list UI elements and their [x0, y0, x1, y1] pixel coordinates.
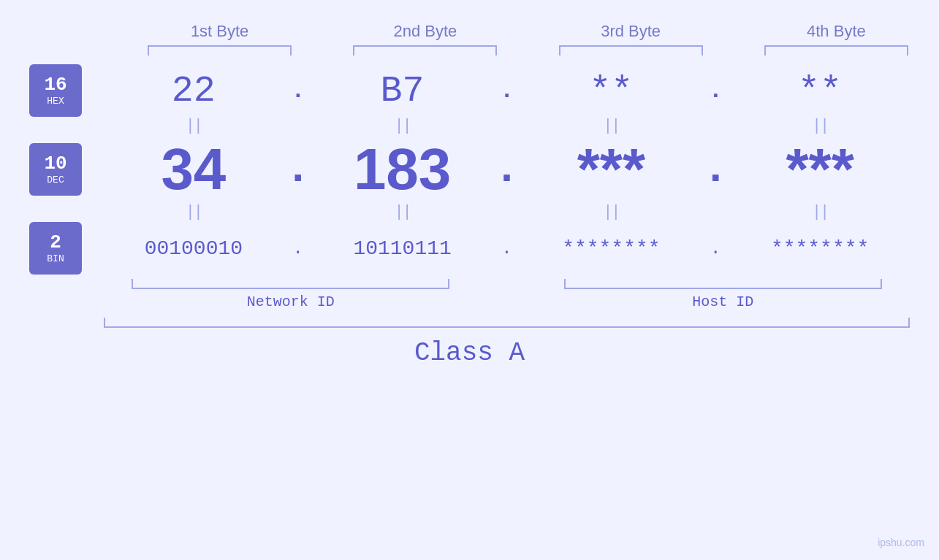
- eq-cell-1-2: ||: [313, 118, 493, 134]
- bracket-cell-4: [734, 45, 939, 55]
- byte1-header: 1st Byte: [117, 22, 322, 41]
- hex-badge-number: 16: [44, 74, 66, 96]
- hex-byte4-value: **: [798, 70, 842, 112]
- byte3-header: 3rd Byte: [528, 22, 734, 41]
- dec-byte1-value: 34: [161, 136, 226, 203]
- bin-byte3: ********: [522, 237, 702, 260]
- bin-byte1: 00100010: [104, 237, 284, 260]
- bin-dot2: .: [493, 239, 522, 258]
- hex-dot3: .: [701, 77, 730, 104]
- bin-badge-number: 2: [50, 232, 61, 253]
- dec-byte2-value: 183: [354, 136, 451, 203]
- eq-cell-2-3: ||: [522, 204, 702, 220]
- class-label-container: Class A: [414, 338, 525, 368]
- eq-cell-1-4: ||: [730, 118, 910, 134]
- bracket-top-3: [559, 45, 703, 55]
- host-id-label: Host ID: [692, 294, 753, 310]
- bin-byte2-value: 10110111: [353, 237, 451, 260]
- bin-byte1-value: 00100010: [145, 237, 243, 260]
- dec-byte1: 34: [104, 136, 284, 203]
- equals-1-3: ||: [603, 118, 619, 134]
- byte2-header: 2nd Byte: [322, 22, 528, 41]
- bracket-top-4: [764, 45, 908, 55]
- bracket-top-1: [148, 45, 292, 55]
- equals-1-2: ||: [394, 118, 410, 134]
- hex-dot2: .: [493, 77, 522, 104]
- dec-dot1: .: [284, 145, 313, 194]
- host-id-section: Host ID: [536, 279, 911, 310]
- hex-byte4: **: [730, 70, 910, 112]
- dec-byte4-value: ***: [786, 136, 854, 203]
- bracket-cell-2: [322, 45, 528, 55]
- equals-1-4: ||: [812, 118, 828, 134]
- host-id-bracket: [564, 279, 882, 289]
- dec-badge-number: 10: [44, 153, 66, 174]
- dec-byte3-value: ***: [577, 136, 645, 203]
- hex-badge-label: HEX: [47, 96, 64, 107]
- bin-byte4-value: ********: [771, 237, 869, 260]
- hex-byte2: B7: [313, 70, 493, 112]
- top-brackets: [0, 45, 939, 55]
- dec-row: 10 DEC 34 . 183 . *** . ***: [0, 136, 939, 203]
- bin-row: 2 BIN 00100010 . 10110111 . ******** . *…: [0, 222, 939, 275]
- hex-row: 16 HEX 22 . B7 . ** . **: [0, 64, 939, 117]
- full-bottom-bracket: [104, 318, 910, 328]
- bin-dot1: .: [284, 239, 313, 258]
- hex-byte1: 22: [104, 70, 284, 112]
- network-id-label: Network ID: [247, 294, 335, 310]
- full-bracket-container: [0, 318, 939, 328]
- hex-badge: 16 HEX: [29, 64, 82, 117]
- bracket-cell-1: [117, 45, 322, 55]
- bracket-cell-3: [528, 45, 734, 55]
- bin-byte4: ********: [730, 237, 910, 260]
- eq-cell-2-2: ||: [313, 204, 493, 220]
- dec-badge-label: DEC: [47, 174, 64, 185]
- hex-byte3: **: [522, 70, 702, 112]
- eq-cell-2-1: ||: [104, 204, 284, 220]
- dec-row-content: 34 . 183 . *** . ***: [104, 136, 910, 203]
- dec-dot3: .: [701, 145, 730, 194]
- dec-dot2: .: [493, 145, 522, 194]
- class-label: Class A: [414, 338, 525, 368]
- eq-cell-1-1: ||: [104, 118, 284, 134]
- equals-1-1: ||: [186, 118, 202, 134]
- dec-byte2: 183: [313, 136, 493, 203]
- eq-cell-1-3: ||: [522, 118, 702, 134]
- equals-row-1: || || || ||: [0, 118, 939, 134]
- network-id-section: Network ID: [104, 279, 478, 310]
- bin-byte2: 10110111: [313, 237, 493, 260]
- eq-cells-2: || || || ||: [104, 204, 910, 220]
- eq-cells-1: || || || ||: [104, 118, 910, 134]
- bin-badge-label: BIN: [47, 253, 64, 264]
- bin-byte3-value: ********: [562, 237, 660, 260]
- hex-byte2-value: B7: [381, 70, 425, 112]
- hex-byte3-value: **: [589, 70, 633, 112]
- equals-2-3: ||: [603, 204, 619, 220]
- dec-byte4: ***: [730, 136, 910, 203]
- bracket-top-2: [353, 45, 497, 55]
- network-id-bracket: [132, 279, 449, 289]
- dec-byte3: ***: [522, 136, 702, 203]
- watermark: ipshu.com: [878, 537, 924, 548]
- main-container: 1st Byte 2nd Byte 3rd Byte 4th Byte 16 H…: [0, 0, 939, 560]
- hex-dot1: .: [284, 77, 313, 104]
- hex-byte1-value: 22: [172, 70, 216, 112]
- bin-dot3: .: [701, 239, 730, 258]
- byte4-header: 4th Byte: [734, 22, 939, 41]
- eq-cell-2-4: ||: [730, 204, 910, 220]
- bin-badge: 2 BIN: [29, 222, 82, 275]
- dec-badge: 10 DEC: [29, 143, 82, 196]
- equals-2-4: ||: [812, 204, 828, 220]
- equals-row-2: || || || ||: [0, 204, 939, 220]
- hex-row-content: 22 . B7 . ** . **: [104, 70, 910, 112]
- equals-2-2: ||: [394, 204, 410, 220]
- byte-headers: 1st Byte 2nd Byte 3rd Byte 4th Byte: [0, 22, 939, 41]
- equals-2-1: ||: [186, 204, 202, 220]
- bin-row-content: 00100010 . 10110111 . ******** . *******…: [104, 237, 910, 260]
- bottom-bracket-container: Network ID Host ID: [0, 279, 939, 310]
